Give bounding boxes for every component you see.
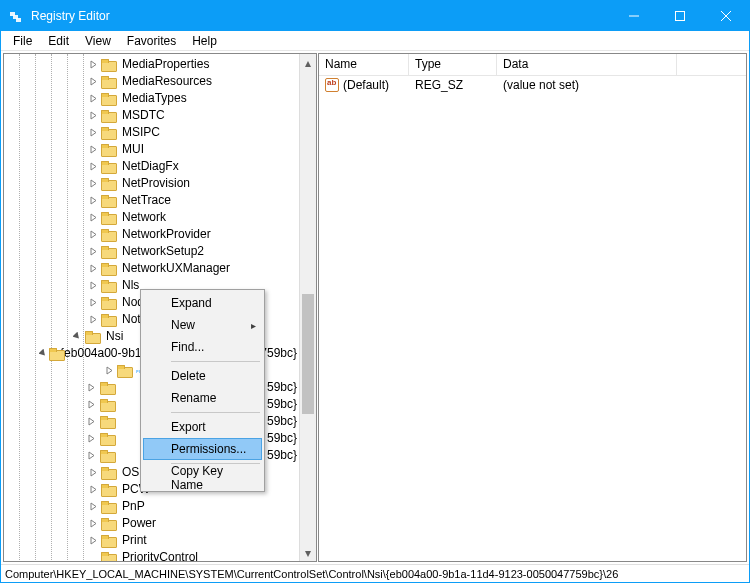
close-button[interactable] <box>703 1 749 31</box>
menu-item-rename[interactable]: Rename <box>143 387 262 409</box>
tree-label[interactable]: MediaResources <box>120 73 214 90</box>
expand-icon[interactable] <box>85 432 99 446</box>
tree-item[interactable]: PnP <box>6 498 299 515</box>
tree-item[interactable]: MediaProperties <box>6 56 299 73</box>
expand-icon[interactable] <box>86 177 100 191</box>
tree-label[interactable]: Print <box>120 532 149 549</box>
expand-icon[interactable] <box>102 364 116 378</box>
collapse-icon[interactable] <box>70 330 84 344</box>
tree-item[interactable]: PriorityControl <box>6 549 299 561</box>
tree-item[interactable]: MSIPC <box>6 124 299 141</box>
expand-icon[interactable] <box>86 245 100 259</box>
tree-label[interactable]: NetDiagFx <box>120 158 181 175</box>
scroll-down-icon[interactable]: ▾ <box>300 544 316 561</box>
tree-item[interactable]: NetworkSetup2 <box>6 243 299 260</box>
tree-label[interactable]: Nsi <box>104 328 125 345</box>
tree-label[interactable]: MediaTypes <box>120 90 189 107</box>
menu-item-delete[interactable]: Delete <box>143 365 262 387</box>
folder-icon <box>101 143 117 157</box>
column-header[interactable]: Type <box>409 54 497 75</box>
expand-icon[interactable] <box>86 466 100 480</box>
expand-icon[interactable] <box>86 313 100 327</box>
expand-icon[interactable] <box>86 483 100 497</box>
tree-label[interactable]: MUI <box>120 141 146 158</box>
expand-icon[interactable] <box>86 517 100 531</box>
tree-label[interactable]: MediaProperties <box>120 56 211 73</box>
menu-view[interactable]: View <box>77 33 119 49</box>
menu-item-permissions[interactable]: Permissions... <box>143 438 262 460</box>
tree-label[interactable]: MSIPC <box>120 124 162 141</box>
expand-icon[interactable] <box>86 92 100 106</box>
tree-item[interactable]: Power <box>6 515 299 532</box>
expand-icon[interactable] <box>85 415 99 429</box>
tree-label[interactable]: NetProvision <box>120 175 192 192</box>
expand-icon[interactable] <box>86 160 100 174</box>
titlebar[interactable]: Registry Editor <box>1 1 749 31</box>
menu-file[interactable]: File <box>5 33 40 49</box>
expand-icon[interactable] <box>86 534 100 548</box>
menu-item-find[interactable]: Find... <box>143 336 262 358</box>
menu-help[interactable]: Help <box>184 33 225 49</box>
tree-label[interactable]: 59bc} <box>265 447 299 464</box>
tree-item[interactable]: MSDTC <box>6 107 299 124</box>
tree-label[interactable]: Power <box>120 515 158 532</box>
menu-item-new[interactable]: New▸ <box>143 314 262 336</box>
values-header[interactable]: NameTypeData <box>319 54 746 76</box>
context-menu[interactable]: ExpandNew▸Find...DeleteRenameExportPermi… <box>140 289 265 492</box>
minimize-button[interactable] <box>611 1 657 31</box>
tree-label[interactable]: NetTrace <box>120 192 173 209</box>
tree-label[interactable]: 59bc} <box>265 430 299 447</box>
expand-icon[interactable] <box>85 398 99 412</box>
menu-item-expand[interactable]: Expand <box>143 292 262 314</box>
value-row[interactable]: (Default)REG_SZ(value not set) <box>319 76 746 94</box>
expand-icon[interactable] <box>85 381 99 395</box>
values-list[interactable]: (Default)REG_SZ(value not set) <box>319 76 746 561</box>
scroll-thumb[interactable] <box>302 294 314 414</box>
expand-icon[interactable] <box>86 75 100 89</box>
expand-icon[interactable] <box>86 58 100 72</box>
tree-label[interactable]: 59bc} <box>265 396 299 413</box>
tree-item[interactable]: Network <box>6 209 299 226</box>
expand-icon[interactable] <box>86 228 100 242</box>
tree-item[interactable]: MediaResources <box>6 73 299 90</box>
menubar: FileEditViewFavoritesHelp <box>1 31 749 51</box>
scroll-up-icon[interactable]: ▴ <box>300 54 316 71</box>
tree-scrollbar[interactable]: ▴ ▾ <box>299 54 316 561</box>
menu-favorites[interactable]: Favorites <box>119 33 184 49</box>
tree-label[interactable]: NetworkProvider <box>120 226 213 243</box>
tree-item[interactable]: NetworkProvider <box>6 226 299 243</box>
tree-item[interactable]: MediaTypes <box>6 90 299 107</box>
tree-item[interactable]: Print <box>6 532 299 549</box>
expand-icon[interactable] <box>86 211 100 225</box>
maximize-button[interactable] <box>657 1 703 31</box>
column-header[interactable]: Data <box>497 54 677 75</box>
expand-icon[interactable] <box>86 143 100 157</box>
tree-item[interactable]: NetProvision <box>6 175 299 192</box>
menu-item-export[interactable]: Export <box>143 416 262 438</box>
expand-icon[interactable] <box>86 194 100 208</box>
expand-icon[interactable] <box>86 500 100 514</box>
expand-icon[interactable] <box>86 296 100 310</box>
column-header[interactable]: Name <box>319 54 409 75</box>
tree-label[interactable]: PnP <box>120 498 147 515</box>
tree-label[interactable]: 59bc} <box>265 413 299 430</box>
tree-item[interactable]: MUI <box>6 141 299 158</box>
collapse-icon[interactable] <box>39 347 48 361</box>
tree-item[interactable]: NetTrace <box>6 192 299 209</box>
menu-edit[interactable]: Edit <box>40 33 77 49</box>
tree-label[interactable]: NetworkUXManager <box>120 260 232 277</box>
expand-icon[interactable] <box>86 109 100 123</box>
tree-item[interactable]: NetDiagFx <box>6 158 299 175</box>
expand-icon[interactable] <box>86 126 100 140</box>
menu-item-copy-key-name[interactable]: Copy Key Name <box>143 467 262 489</box>
tree-item[interactable]: NetworkUXManager <box>6 260 299 277</box>
tree-label[interactable]: 59bc} <box>265 379 299 396</box>
tree-label[interactable]: NetworkSetup2 <box>120 243 206 260</box>
tree-label[interactable]: Network <box>120 209 168 226</box>
tree-label[interactable]: MSDTC <box>120 107 167 124</box>
expand-icon[interactable] <box>86 279 100 293</box>
expand-icon[interactable] <box>86 262 100 276</box>
tree-label[interactable]: Nls <box>120 277 141 294</box>
tree-label[interactable]: PriorityControl <box>120 549 200 561</box>
expand-icon[interactable] <box>85 449 99 463</box>
